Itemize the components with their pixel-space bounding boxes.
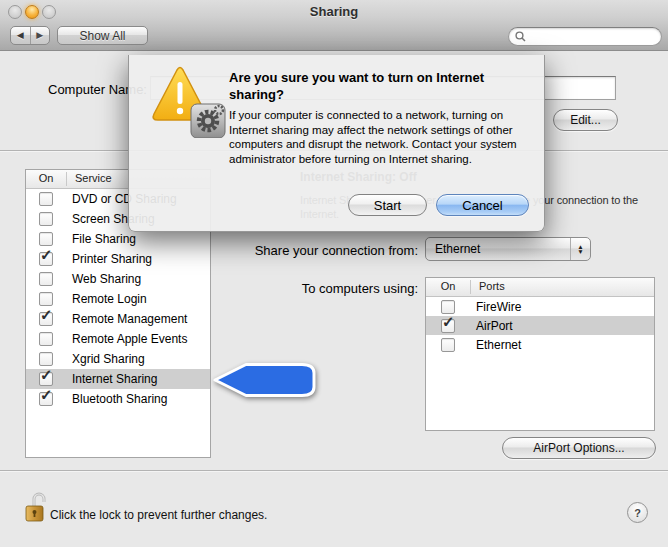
service-label: Remote Login	[72, 292, 147, 306]
share-from-value: Ethernet	[426, 242, 570, 256]
window-chrome: Sharing ◀ ▶ Show All	[0, 0, 668, 51]
share-from-popup[interactable]: Ethernet ▲ ▼	[425, 237, 591, 261]
confirm-internet-sharing-dialog: Are you sure you want to turn on Interne…	[128, 55, 545, 232]
service-row[interactable]: ✓Printer Sharing	[26, 249, 210, 269]
service-checkbox[interactable]	[39, 232, 53, 246]
service-row[interactable]: Web Sharing	[26, 269, 210, 289]
service-label: Xgrid Sharing	[72, 352, 145, 366]
warning-icon	[149, 66, 229, 138]
show-all-button[interactable]: Show All	[57, 26, 148, 45]
on-column-header: On	[26, 172, 66, 184]
service-checkbox[interactable]	[39, 352, 53, 366]
service-label: Remote Management	[72, 312, 187, 326]
service-checkbox[interactable]	[39, 212, 53, 226]
port-checkbox[interactable]	[441, 338, 455, 352]
service-label: Printer Sharing	[72, 252, 152, 266]
service-row[interactable]: Xgrid Sharing	[26, 349, 210, 369]
on-column-header: On	[426, 280, 470, 292]
service-row[interactable]: ✓Bluetooth Sharing	[26, 389, 210, 409]
window-title: Sharing	[0, 4, 668, 19]
port-label: Ethernet	[476, 338, 521, 352]
checkmark-icon: ✓	[442, 314, 455, 329]
service-checkbox[interactable]: ✓	[39, 372, 53, 386]
forward-icon[interactable]: ▶	[30, 27, 50, 44]
port-label: FireWire	[476, 300, 521, 314]
checkmark-icon: ✓	[40, 367, 53, 382]
checkmark-icon: ✓	[40, 387, 53, 402]
service-checkbox[interactable]: ✓	[39, 312, 53, 326]
checkmark-icon: ✓	[40, 307, 53, 322]
share-connection-from-label: Share your connection from:	[255, 243, 418, 258]
help-button[interactable]: ?	[627, 502, 648, 523]
unlocked-lock-icon[interactable]	[24, 492, 48, 530]
service-row[interactable]: Remote Login	[26, 289, 210, 309]
to-computers-using-label: To computers using:	[302, 281, 418, 296]
service-row[interactable]: Remote Apple Events	[26, 329, 210, 349]
start-button[interactable]: Start	[348, 194, 427, 216]
nav-back-forward-group: ◀ ▶	[10, 26, 50, 45]
service-row[interactable]: File Sharing	[26, 229, 210, 249]
port-checkbox[interactable]	[441, 300, 455, 314]
port-row[interactable]: Ethernet	[426, 335, 654, 354]
back-icon[interactable]: ◀	[11, 27, 30, 44]
service-label: Internet Sharing	[72, 372, 157, 386]
callout-arrow-icon	[210, 358, 322, 402]
sharing-preferences-window: Sharing ◀ ▶ Show All Computer Name: Edit…	[0, 0, 668, 547]
service-checkbox[interactable]	[39, 272, 53, 286]
airport-options-button[interactable]: AirPort Options...	[502, 437, 656, 459]
cancel-button[interactable]: Cancel	[436, 194, 529, 216]
service-label: File Sharing	[72, 232, 136, 246]
dialog-title: Are you sure you want to turn on Interne…	[229, 69, 529, 103]
checkmark-icon: ✓	[40, 247, 53, 262]
service-checkbox[interactable]	[39, 332, 53, 346]
search-input[interactable]	[508, 27, 662, 46]
ports-list: On Ports FireWire✓AirPortEthernet	[425, 277, 655, 431]
service-checkbox[interactable]: ✓	[39, 252, 53, 266]
service-label: Remote Apple Events	[72, 332, 187, 346]
port-checkbox[interactable]: ✓	[441, 319, 455, 333]
service-label: Bluetooth Sharing	[72, 392, 167, 406]
service-label: Web Sharing	[72, 272, 141, 286]
popup-stepper-icon: ▲ ▼	[570, 238, 590, 260]
port-row[interactable]: FireWire	[426, 297, 654, 316]
service-checkbox[interactable]	[39, 292, 53, 306]
lock-hint-text: Click the lock to prevent further change…	[50, 508, 267, 522]
service-row[interactable]: ✓Remote Management	[26, 309, 210, 329]
ports-list-header: On Ports	[426, 278, 654, 297]
edit-button[interactable]: Edit...	[553, 109, 618, 131]
system-preferences-badge-icon	[191, 104, 225, 138]
port-label: AirPort	[476, 319, 513, 333]
search-icon	[515, 31, 526, 42]
dialog-body-text: If your computer is connected to a netwo…	[229, 108, 541, 166]
service-checkbox[interactable]	[39, 192, 53, 206]
port-row[interactable]: ✓AirPort	[426, 316, 654, 335]
service-checkbox[interactable]: ✓	[39, 392, 53, 406]
ports-column-header: Ports	[470, 280, 654, 294]
divider	[0, 470, 668, 472]
service-row[interactable]: ✓Internet Sharing	[26, 369, 210, 389]
